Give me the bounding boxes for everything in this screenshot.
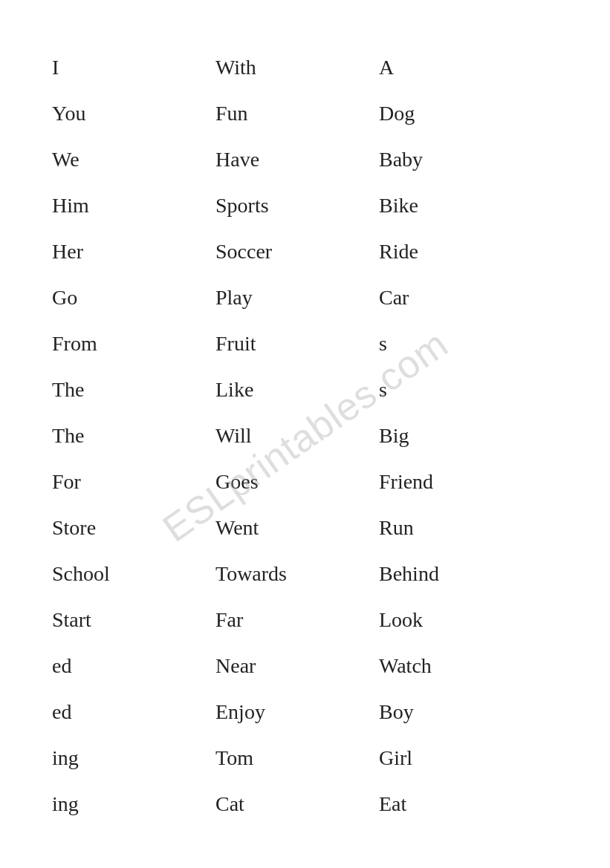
word-grid: IWithAYouFunDogWeHaveBabyHimSportsBikeHe… [45,45,565,827]
list-item: Bike [371,183,535,229]
list-item: Far [208,597,371,643]
list-item: Play [208,275,371,321]
list-item: Boy [371,689,535,735]
list-item: You [45,91,208,137]
list-item: Fun [208,91,371,137]
list-item: From [45,321,208,367]
list-item: We [45,137,208,183]
list-item: Sports [208,183,371,229]
list-item: ed [45,689,208,735]
list-item: Went [208,505,371,551]
list-item: Cat [208,781,371,827]
list-item: Run [371,505,535,551]
list-item: Watch [371,643,535,689]
list-item: ed [45,643,208,689]
list-item: Baby [371,137,535,183]
list-item: Him [45,183,208,229]
list-item: Her [45,229,208,275]
page: ESLprintables.com IWithAYouFunDogWeHaveB… [0,0,610,868]
list-item: Fruit [208,321,371,367]
list-item: Soccer [208,229,371,275]
list-item: s [371,367,535,413]
list-item: Dog [371,91,535,137]
list-item: Big [371,413,535,459]
list-item: The [45,413,208,459]
list-item: Go [45,275,208,321]
list-item: A [371,45,535,91]
list-item: Have [208,137,371,183]
list-item: With [208,45,371,91]
list-item: School [45,551,208,597]
list-item: ing [45,735,208,781]
list-item: Will [208,413,371,459]
list-item: The [45,367,208,413]
list-item: Girl [371,735,535,781]
list-item: Near [208,643,371,689]
list-item: For [45,459,208,505]
list-item: Car [371,275,535,321]
list-item: s [371,321,535,367]
list-item: Ride [371,229,535,275]
list-item: Like [208,367,371,413]
list-item: Start [45,597,208,643]
list-item: Friend [371,459,535,505]
list-item: ing [45,781,208,827]
list-item: Eat [371,781,535,827]
list-item: Enjoy [208,689,371,735]
list-item: Look [371,597,535,643]
list-item: Tom [208,735,371,781]
list-item: Store [45,505,208,551]
list-item: Towards [208,551,371,597]
list-item: I [45,45,208,91]
list-item: Behind [371,551,535,597]
list-item: Goes [208,459,371,505]
